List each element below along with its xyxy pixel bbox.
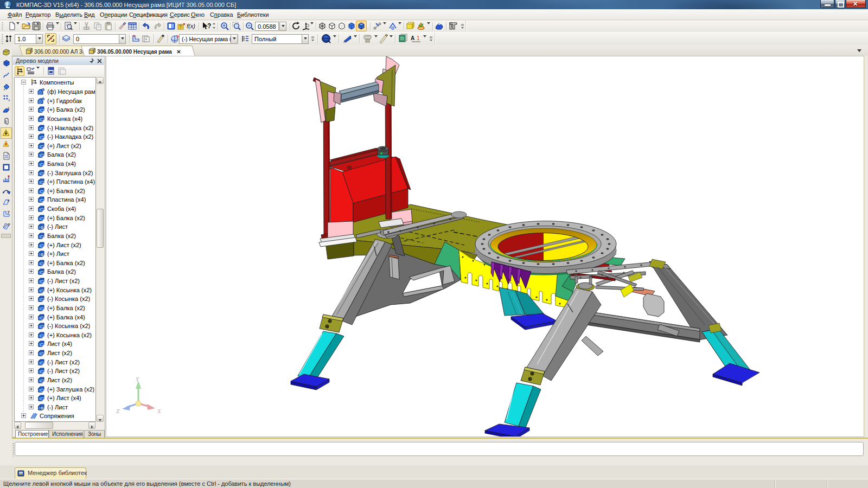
- svg-text:A: A: [411, 35, 414, 41]
- svg-text:?: ?: [179, 24, 182, 29]
- svg-text:f(x): f(x): [187, 23, 195, 29]
- svg-text:?: ?: [8, 222, 10, 227]
- svg-text:1: 1: [417, 35, 420, 41]
- svg-text:?: ?: [7, 198, 10, 203]
- svg-text:Y: Y: [136, 376, 140, 382]
- svg-text:Z: Z: [116, 408, 120, 414]
- svg-text:?: ?: [7, 210, 10, 215]
- svg-text:X: X: [157, 408, 162, 414]
- svg-text:?: ?: [207, 22, 211, 30]
